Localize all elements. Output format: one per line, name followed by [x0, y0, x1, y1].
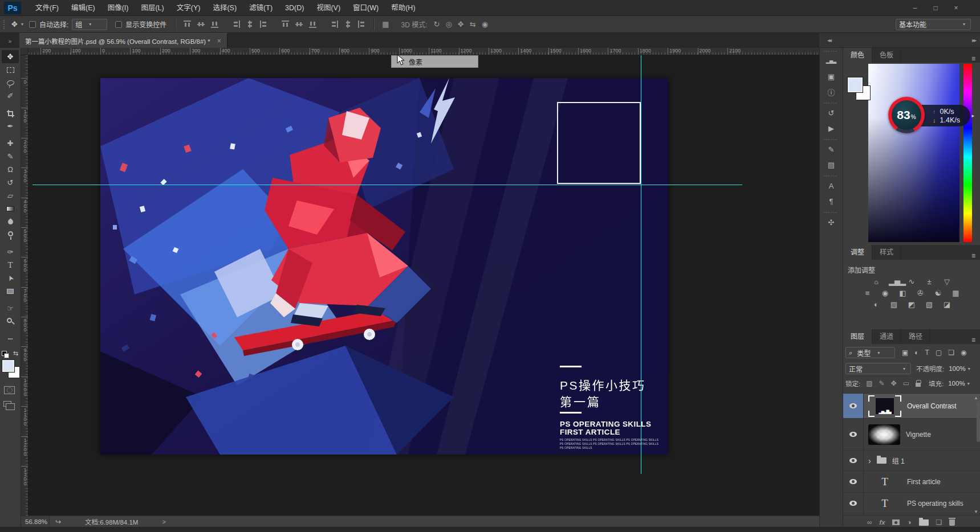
quick-select-tool[interactable]: ✐: [2, 89, 19, 103]
workspace-switcher[interactable]: 基本功能 ▾: [896, 19, 971, 30]
info-panel-icon[interactable]: ⓘ: [822, 85, 841, 99]
blend-mode-dropdown[interactable]: 正常 ▾: [845, 363, 911, 374]
screen-mode-button[interactable]: [3, 401, 11, 407]
3d-rotate-icon[interactable]: ↻: [434, 20, 440, 28]
status-options-chevron[interactable]: >: [162, 518, 165, 525]
layer-row[interactable]: TFirst article: [843, 471, 980, 493]
foreground-color-swatch[interactable]: [848, 77, 863, 92]
panel-menu-icon[interactable]: ≡: [971, 336, 975, 344]
zoom-tool[interactable]: [2, 315, 19, 328]
layer-row[interactable]: ›组 1: [843, 451, 980, 471]
vertical-guide[interactable]: [641, 55, 641, 474]
expand-panels-icon[interactable]: ▸▸: [972, 37, 975, 43]
menu-item[interactable]: 图层(L): [135, 0, 170, 16]
brush-tool[interactable]: ✎: [2, 150, 19, 163]
photo-filter-icon[interactable]: ✇: [916, 289, 926, 297]
layers-tab[interactable]: 通道: [872, 329, 901, 344]
invert-icon[interactable]: ◐: [871, 300, 881, 309]
layer-filter-dropdown[interactable]: ⌕ 类型 ▾: [845, 347, 895, 358]
shape-tool[interactable]: [2, 285, 19, 298]
filter-pin-icon[interactable]: ◉: [961, 349, 966, 357]
maximize-button[interactable]: □: [928, 0, 944, 16]
quick-mask-button[interactable]: [4, 386, 15, 394]
network-overlay-badge[interactable]: ↑0K/s ↓1.4K/s ▸ 83 %: [888, 97, 974, 134]
distribute-right-icon[interactable]: [358, 20, 365, 28]
swap-colors-icon[interactable]: ⇆: [13, 350, 18, 357]
3d-roll-icon[interactable]: ◎: [446, 20, 452, 28]
horizontal-ruler[interactable]: 2001000100200300400500600700800900100011…: [29, 48, 819, 55]
lock-artboard-icon[interactable]: ▭: [903, 379, 909, 387]
visibility-toggle[interactable]: [843, 493, 864, 514]
menu-item[interactable]: 视图(V): [310, 0, 347, 16]
lock-position-icon[interactable]: ✥: [891, 379, 897, 387]
align-hcenter-icon[interactable]: [246, 20, 254, 28]
hue-strip[interactable]: [963, 64, 972, 242]
distribute-top-icon[interactable]: [281, 21, 290, 28]
layers-tab[interactable]: 图层: [843, 329, 872, 344]
minimize-button[interactable]: –: [907, 0, 923, 16]
distribute-left-icon[interactable]: [331, 20, 338, 28]
healing-brush-tool[interactable]: ✚: [2, 137, 19, 150]
lock-transparent-icon[interactable]: ▨: [866, 379, 872, 387]
clone-stamp-tool[interactable]: Ω: [2, 163, 19, 176]
filter-smart-object-icon[interactable]: ❏: [948, 349, 954, 357]
tool-preset-caret[interactable]: ▾: [21, 22, 23, 27]
auto-select-dropdown[interactable]: 组 ▾: [72, 19, 107, 30]
gradient-map-icon[interactable]: ▧: [924, 300, 934, 309]
eraser-tool[interactable]: ▱: [2, 189, 19, 202]
pen-tool[interactable]: ✑: [2, 245, 19, 259]
menu-item[interactable]: 编辑(E): [65, 0, 101, 16]
panel-expander-icon[interactable]: »: [0, 35, 19, 48]
current-tool-icon[interactable]: ✥: [11, 20, 18, 28]
layer-style-icon[interactable]: fx: [880, 519, 885, 526]
3d-camera-icon[interactable]: ◉: [482, 20, 488, 28]
layers-tab[interactable]: 路径: [901, 329, 930, 344]
share-panel-icon[interactable]: ✣: [822, 215, 841, 230]
filter-type-icon[interactable]: T: [925, 349, 929, 357]
lock-pixels-icon[interactable]: ✎: [879, 379, 885, 387]
more-tools[interactable]: •••: [2, 332, 19, 345]
marquee-tool[interactable]: [2, 63, 19, 76]
color-picker-field[interactable]: [868, 64, 959, 242]
filter-shape-icon[interactable]: ▢: [936, 349, 942, 357]
lasso-tool[interactable]: [2, 76, 19, 89]
opacity-value[interactable]: 100%: [949, 365, 965, 372]
dodge-tool[interactable]: [2, 228, 19, 242]
tab-close-icon[interactable]: ×: [217, 37, 221, 45]
menu-item[interactable]: 文件(F): [29, 0, 65, 16]
filter-adjustment-icon[interactable]: ◐: [914, 349, 918, 357]
path-select-tool[interactable]: ➤: [2, 272, 19, 285]
default-colors-icon[interactable]: [2, 351, 7, 356]
document-canvas[interactable]: PS操作小技巧 第一篇 PS OPERATING SKILLS FIRST AR…: [100, 78, 668, 455]
hue-saturation-icon[interactable]: ≡: [863, 289, 873, 297]
layer-body[interactable]: TPS operating skills: [864, 493, 980, 514]
visibility-toggle[interactable]: [843, 471, 864, 492]
align-left-icon[interactable]: [233, 20, 240, 28]
adjustments-tab[interactable]: 调整: [843, 245, 872, 260]
canvas-viewport[interactable]: PS操作小技巧 第一篇 PS OPERATING SKILLS FIRST AR…: [29, 55, 819, 515]
horizontal-guide[interactable]: [32, 185, 742, 185]
layer-body[interactable]: Vignette: [864, 419, 980, 450]
blur-tool[interactable]: [2, 215, 19, 228]
new-group-icon[interactable]: [919, 519, 929, 526]
panel-menu-icon[interactable]: ≡: [971, 55, 975, 63]
color-balance-icon[interactable]: ◉: [880, 289, 890, 297]
vibrance-icon[interactable]: ▽: [942, 277, 952, 286]
align-top-icon[interactable]: [183, 21, 192, 28]
color-lookup-icon[interactable]: ▦: [951, 289, 961, 297]
auto-select-checkbox[interactable]: [29, 21, 36, 28]
share-icon[interactable]: ↪: [55, 518, 61, 526]
vertical-ruler[interactable]: 0100200300400500600700800900100011001200…: [21, 55, 29, 515]
distribute-vcenter-icon[interactable]: [295, 21, 303, 28]
scroll-down-icon[interactable]: ▼: [974, 509, 978, 514]
brightness-contrast-icon[interactable]: ☼: [871, 277, 881, 286]
collapse-panels-icon[interactable]: ◂◂: [827, 37, 831, 43]
histogram-panel-icon[interactable]: ▂▅▃: [822, 54, 841, 68]
selective-color-icon[interactable]: ◪: [942, 300, 952, 309]
paragraph-panel-icon[interactable]: ¶: [822, 194, 841, 208]
layer-row[interactable]: ▂▅▃▇▄Overall Contrast: [843, 394, 980, 419]
align-bottom-icon[interactable]: [210, 21, 219, 28]
channel-mixer-icon[interactable]: ☯: [933, 289, 944, 297]
black-white-icon[interactable]: ◧: [898, 289, 908, 297]
layer-body[interactable]: ›组 1: [864, 451, 980, 470]
